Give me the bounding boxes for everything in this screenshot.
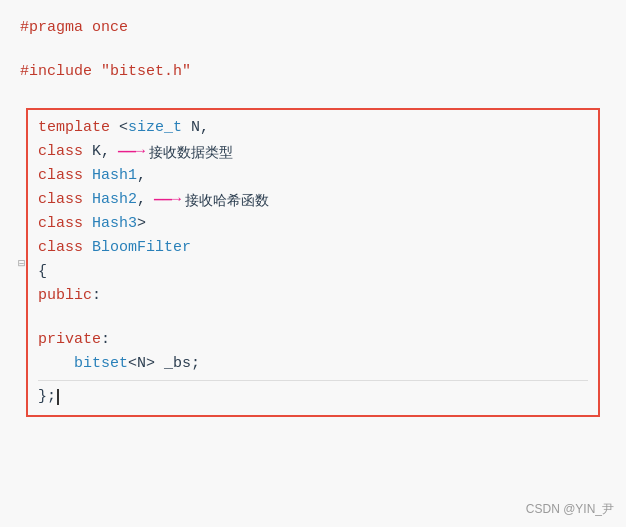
bitset-type: bitset <box>74 352 128 376</box>
hash1: Hash1 <box>83 164 137 188</box>
hash1-comma: , <box>137 164 146 188</box>
public-keyword: public <box>38 284 92 308</box>
class-k-line: class K, ——→ 接收数据类型 <box>38 140 588 164</box>
private-keyword: private <box>38 328 101 352</box>
private-colon: : <box>101 328 110 352</box>
template-bracket: < <box>110 116 128 140</box>
class-keyword-h3: class <box>38 212 83 236</box>
class-k: K, <box>83 140 110 164</box>
divider <box>38 380 588 381</box>
class-keyword-bloom: class <box>38 236 83 260</box>
include-line: #include "bitset.h" <box>20 60 606 84</box>
hash3-bracket: > <box>137 212 146 236</box>
class-keyword-h2: class <box>38 188 83 212</box>
empty-line-1 <box>20 40 606 60</box>
public-line: public : <box>38 284 588 308</box>
annotation1: 接收数据类型 <box>149 141 233 163</box>
hash3: Hash3 <box>83 212 137 236</box>
class-hash1-line: class Hash1 , <box>38 164 588 188</box>
watermark: CSDN @YIN_尹 <box>526 500 614 519</box>
template-keyword: template <box>38 116 110 140</box>
template-n: N, <box>182 116 209 140</box>
empty-line-3 <box>38 308 588 328</box>
arrow2-icon: ——→ <box>154 188 181 212</box>
annotation2: 接收哈希函数 <box>185 189 269 211</box>
public-colon: : <box>92 284 101 308</box>
size_t: size_t <box>128 116 182 140</box>
close-brace: }; <box>38 385 56 409</box>
hash2-comma: , <box>137 188 146 212</box>
class-bloom-line: class BloomFilter <box>38 236 588 260</box>
include-keyword: #include <box>20 60 92 84</box>
bitset-bracket: <N> <box>128 352 155 376</box>
include-file: "bitset.h" <box>101 60 191 84</box>
arrow1-icon: ——→ <box>118 140 145 164</box>
text-cursor <box>57 389 59 405</box>
code-area: #pragma once #include "bitset.h" ⊟ templ… <box>0 0 626 437</box>
red-box: ⊟ template < size_t N, class K, ——→ 接收数据… <box>26 108 600 417</box>
template-line: template < size_t N, <box>38 116 588 140</box>
pragma-line: #pragma once <box>20 16 606 40</box>
private-line: private : <box>38 328 588 352</box>
bitset-var: _bs; <box>155 352 200 376</box>
class-keyword-h1: class <box>38 164 83 188</box>
open-brace-line: { <box>38 260 588 284</box>
collapse-icon[interactable]: ⊟ <box>18 255 25 274</box>
class-hash2-line: class Hash2 , ——→ 接收哈希函数 <box>38 188 588 212</box>
close-brace-line: }; <box>38 385 588 409</box>
hash2: Hash2 <box>83 188 137 212</box>
bitset-line: bitset <N> _bs; <box>38 352 588 376</box>
bloom-filter: BloomFilter <box>83 236 191 260</box>
class-hash3-line: class Hash3 > <box>38 212 588 236</box>
pragma-keyword: #pragma once <box>20 16 128 40</box>
open-brace: { <box>38 260 47 284</box>
empty-line-2 <box>20 84 606 104</box>
class-keyword-k: class <box>38 140 83 164</box>
